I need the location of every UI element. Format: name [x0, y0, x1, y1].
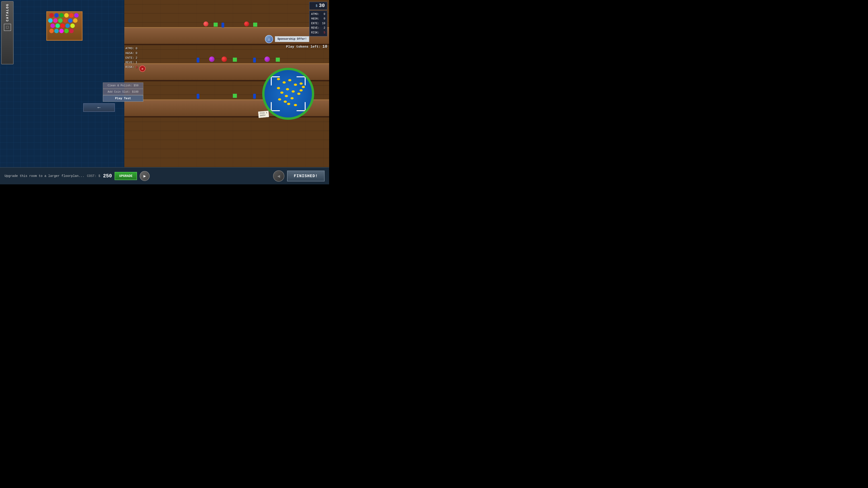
bracket-br [297, 102, 306, 111]
hud-stats: ATMO: 0 H&SA: 0 ENTE: 10 REVE: 2 RISK: 5 [309, 11, 327, 36]
shelf-item [244, 22, 249, 26]
shelf-item [253, 94, 256, 99]
stat-hsa-label: H&SA: [125, 51, 134, 56]
hud-ente-value: 10 [322, 21, 325, 26]
duck [294, 84, 297, 86]
shelf-item [197, 94, 199, 99]
ball-box [44, 4, 85, 43]
upgrade-button[interactable]: UPGRADE [115, 172, 137, 180]
shelf-item [265, 57, 270, 62]
pick-duck-sign: PICK A DUCK! [258, 111, 269, 118]
duck [297, 93, 301, 95]
stat-risk-label: RISK: [125, 65, 134, 70]
ball-box-container [46, 11, 83, 41]
pool-inner [265, 70, 312, 118]
shelf-item [221, 57, 227, 62]
duck [302, 86, 305, 88]
duck [280, 92, 283, 94]
bracket-tl [271, 76, 280, 86]
hud-reve-label: REVE: [311, 26, 319, 30]
shelf-item [253, 23, 257, 27]
shelf-item [204, 22, 209, 26]
hud-atmo-value: 0 [324, 12, 325, 17]
shelf-item [233, 58, 237, 62]
hud-risk-value: 5 [324, 31, 325, 35]
hud-hsa-value: 0 [324, 17, 325, 21]
duck [294, 104, 297, 106]
shelf-item [197, 58, 199, 63]
stat-risk-row: RISK: 0 [125, 65, 137, 70]
stat-ente-row: ENTE: 2 [125, 56, 137, 61]
duck [286, 88, 289, 90]
play-tokens-display: Play tokens left: 10 [286, 44, 327, 49]
duck [283, 81, 286, 84]
catalog-icon[interactable] [4, 24, 11, 31]
clean-polish-button[interactable]: Clean & Polish: $50 [103, 83, 143, 89]
duck [290, 97, 293, 99]
hud-hsa-label: H&SA: [311, 17, 319, 21]
duck [278, 98, 281, 101]
pick-sign-line2: DUCK! [260, 114, 268, 117]
arrow-forward-icon: ▶ [144, 173, 146, 178]
sponsorship-button[interactable]: △ Sponsorship Offer! [265, 35, 309, 43]
money-amount: 30 [319, 3, 325, 8]
play-test-button[interactable]: Play Test [103, 95, 143, 102]
stat-atmo-row: ATMO: 0 [125, 46, 137, 51]
hud-reve-row: REVE: 2 [311, 26, 325, 30]
shelf-item [214, 23, 218, 27]
cost-amount: 250 [103, 173, 112, 179]
hud-atmo-label: ATMO: [311, 12, 319, 17]
stats-overlay: ATMO: 0 H&SA: 0 ENTE: 2 REVE: 1 RISK: 0 [125, 46, 137, 70]
finished-button[interactable]: FINISHED! [287, 170, 324, 182]
shelf-item [276, 58, 280, 62]
duck [277, 78, 280, 80]
stat-ente-label: ENTE: [125, 56, 134, 61]
shelf-item [221, 23, 224, 28]
shelf-item [209, 57, 215, 62]
hud-risk-row: RISK: 5 [311, 31, 325, 35]
duck [287, 103, 290, 105]
bottom-right-controls: ◀ FINISHED! [273, 170, 324, 182]
stat-atmo-value: 0 [135, 46, 137, 51]
prev-icon: ◀ [277, 173, 280, 179]
hud-hsa-row: H&SA: 0 [311, 17, 325, 21]
close-button[interactable]: ✕ [139, 66, 146, 72]
previous-button[interactable]: ◀ [273, 170, 284, 182]
duck-pool[interactable] [262, 68, 314, 120]
duck [284, 101, 287, 103]
back-arrow-icon: ← [97, 105, 100, 110]
sponsorship-triangle-icon: △ [265, 35, 273, 43]
stat-reve-label: REVE: [125, 60, 134, 65]
back-button[interactable]: ← [83, 103, 115, 112]
game-floor: PICK A DUCK! [124, 0, 329, 167]
stat-hsa-row: H&SA: 0 [125, 51, 137, 56]
hud-ente-label: ENTE: [311, 21, 319, 26]
game-canvas: PICK A DUCK! [0, 0, 329, 184]
stat-reve-row: REVE: 1 [125, 60, 137, 65]
catalog-label: CATALOG [6, 3, 9, 22]
upgrade-info: Upgrade this room to a larger floorplan.… [4, 171, 273, 181]
cost-label: COST: $ [87, 174, 100, 178]
sponsorship-label: Sponsorship Offer! [275, 36, 309, 42]
stat-risk-value: 0 [135, 65, 137, 70]
money-sign: $ [315, 4, 317, 8]
duck [285, 95, 288, 97]
stat-reve-value: 1 [135, 60, 137, 65]
shelf-item [253, 58, 256, 63]
hud-reve-value: 2 [324, 26, 325, 30]
play-tokens-value: 10 [322, 44, 327, 49]
duck [277, 87, 280, 89]
money-display: $ 30 [309, 2, 327, 10]
stat-atmo-label: ATMO: [125, 46, 134, 51]
duck [300, 89, 303, 92]
catalog-sidebar[interactable]: CATALOG [1, 1, 13, 64]
duck [291, 90, 295, 93]
hud-atmo-row: ATMO: 0 [311, 12, 325, 17]
upgrade-text: Upgrade this room to a larger floorplan.… [4, 174, 84, 178]
stat-hsa-value: 0 [135, 51, 137, 56]
bracket-bl [271, 102, 280, 111]
hud-ente-row: ENTE: 10 [311, 21, 325, 26]
add-coin-slot-button[interactable]: Add Coin Slot: $100 [103, 89, 143, 95]
hud-top-right: $ 30 ATMO: 0 H&SA: 0 ENTE: 10 REVE: 2 RI… [309, 2, 327, 36]
arrow-forward-button[interactable]: ▶ [140, 171, 150, 181]
